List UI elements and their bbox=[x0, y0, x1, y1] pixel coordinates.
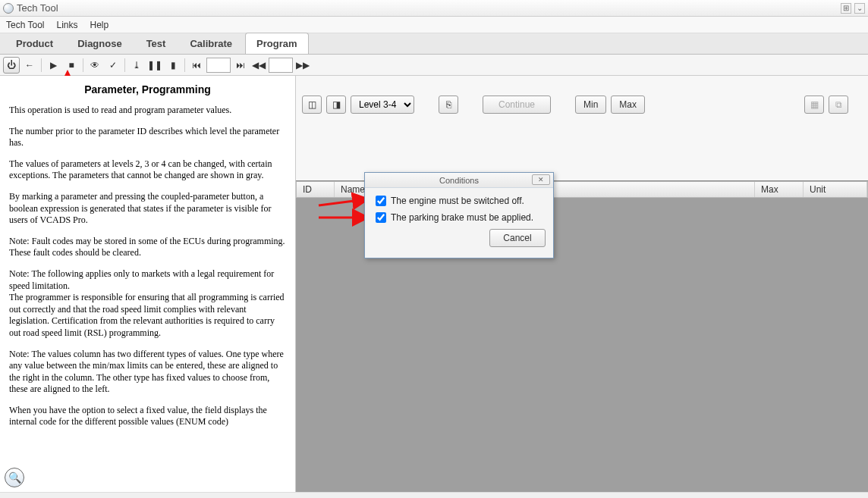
tab-program[interactable]: Program bbox=[245, 33, 308, 54]
doc-para: Note: The values column has two differen… bbox=[9, 349, 286, 396]
dialog-title-text: Conditions bbox=[439, 176, 479, 185]
doc-para: Note: The following applies only to mark… bbox=[9, 268, 286, 340]
col-id[interactable]: ID bbox=[297, 182, 335, 197]
tool-icon-2[interactable]: ◨ bbox=[326, 96, 346, 114]
tab-diagnose[interactable]: Diagnose bbox=[66, 33, 134, 54]
doc-para: Note: Fault codes may be stored in some … bbox=[9, 236, 286, 259]
chevron-down-icon[interactable]: ⌄ bbox=[854, 3, 865, 14]
prev-icon[interactable]: ⏮ bbox=[188, 57, 205, 74]
level-select[interactable]: Level 3-4 bbox=[351, 96, 414, 114]
fforward-icon[interactable]: ▶▶ bbox=[294, 57, 311, 74]
grid-icon[interactable]: ▦ bbox=[804, 96, 824, 114]
tab-test[interactable]: Test bbox=[135, 33, 178, 54]
left-doc-panel: Parameter, Programming This operation is… bbox=[0, 76, 296, 492]
window-controls: ⊞ ⌄ bbox=[841, 3, 865, 14]
condition-row-1: The engine must be switched off. bbox=[376, 196, 546, 206]
condition-1-checkbox[interactable] bbox=[376, 196, 386, 206]
cancel-button[interactable]: Cancel bbox=[489, 229, 546, 247]
toolbar: ⏻ ← ▶ ■ 👁 ✓ ⤓ ❚❚ ▮ ⏮ ⏭ ◀◀ ▶▶ bbox=[0, 55, 868, 76]
statusbar bbox=[0, 492, 868, 498]
condition-2-label: The parking brake must be applied. bbox=[391, 212, 533, 223]
page-input-2[interactable] bbox=[269, 58, 293, 73]
record-icon[interactable]: ▮ bbox=[165, 57, 181, 74]
dialog-close-icon[interactable]: ✕ bbox=[532, 174, 550, 185]
play-icon[interactable]: ▶ bbox=[45, 57, 61, 74]
rewind-icon[interactable]: ◀◀ bbox=[250, 57, 267, 74]
right-panel: ◫ ◨ Level 3-4 ⎘ Continue Min Max ▦ ⧉ ID … bbox=[296, 76, 868, 492]
col-unit[interactable]: Unit bbox=[804, 182, 867, 197]
menu-help[interactable]: Help bbox=[90, 20, 109, 30]
zoom-icon[interactable]: 🔍 bbox=[5, 468, 24, 487]
back-icon[interactable]: ← bbox=[21, 57, 38, 74]
power-icon[interactable]: ⏻ bbox=[3, 57, 20, 74]
min-button[interactable]: Min bbox=[575, 96, 606, 114]
window-title: Tech Tool bbox=[17, 2, 58, 14]
pause-icon[interactable]: ❚❚ bbox=[146, 57, 163, 74]
tool-icon-1[interactable]: ◫ bbox=[302, 96, 322, 114]
next-icon[interactable]: ⏭ bbox=[232, 57, 249, 74]
toolbar-separator bbox=[41, 58, 42, 72]
tab-product[interactable]: Product bbox=[5, 33, 64, 54]
right-toolbar: ◫ ◨ Level 3-4 ⎘ Continue Min Max ▦ ⧉ bbox=[296, 89, 868, 120]
conditions-dialog: Conditions ✕ The engine must be switched… bbox=[364, 172, 554, 258]
condition-row-2: The parking brake must be applied. bbox=[376, 212, 546, 223]
link-tool-icon[interactable]: ⎘ bbox=[439, 96, 458, 114]
step-in-icon[interactable]: ⤓ bbox=[128, 57, 145, 74]
max-button[interactable]: Max bbox=[611, 96, 645, 114]
menu-links[interactable]: Links bbox=[56, 20, 77, 30]
doc-para: This operation is used to read and progr… bbox=[9, 105, 286, 117]
app-icon bbox=[3, 3, 14, 14]
condition-2-checkbox[interactable] bbox=[376, 212, 386, 223]
grid-toggle-icon[interactable]: ⊞ bbox=[841, 3, 851, 14]
dialog-titlebar[interactable]: Conditions ✕ bbox=[365, 173, 553, 188]
toolbar-separator bbox=[83, 58, 83, 72]
doc-heading: Parameter, Programming bbox=[9, 83, 286, 96]
eye-icon[interactable]: 👁 bbox=[86, 57, 103, 74]
tab-calibrate[interactable]: Calibrate bbox=[178, 33, 244, 54]
menu-techtool[interactable]: Tech Tool bbox=[6, 20, 44, 30]
titlebar: Tech Tool ⊞ ⌄ bbox=[0, 0, 868, 17]
condition-1-label: The engine must be switched off. bbox=[391, 196, 524, 206]
main-tabs: Product Diagnose Test Calibrate Program bbox=[0, 33, 868, 55]
continue-button[interactable]: Continue bbox=[483, 96, 551, 114]
menubar: Tech Tool Links Help bbox=[0, 17, 868, 33]
toolbar-separator bbox=[184, 58, 185, 72]
toolbar-separator bbox=[124, 58, 125, 72]
doc-para: When you have the option to select a fix… bbox=[9, 405, 286, 428]
doc-para: The number prior to the parameter ID des… bbox=[9, 126, 286, 149]
stop-icon[interactable]: ■ bbox=[63, 57, 80, 74]
check-icon[interactable]: ✓ bbox=[105, 57, 121, 74]
link-icon[interactable]: ⧉ bbox=[829, 96, 848, 114]
content-area: Parameter, Programming This operation is… bbox=[0, 76, 868, 492]
page-input-1[interactable] bbox=[206, 58, 231, 73]
doc-para: The values of parameters at levels 2, 3 … bbox=[9, 158, 286, 182]
svg-line-1 bbox=[319, 199, 366, 205]
doc-para: By marking a parameter and pressing the … bbox=[9, 191, 286, 227]
col-max[interactable]: Max bbox=[755, 182, 804, 197]
parameter-grid-area: ID Name Max Unit Conditions ✕ The engine… bbox=[296, 180, 868, 492]
